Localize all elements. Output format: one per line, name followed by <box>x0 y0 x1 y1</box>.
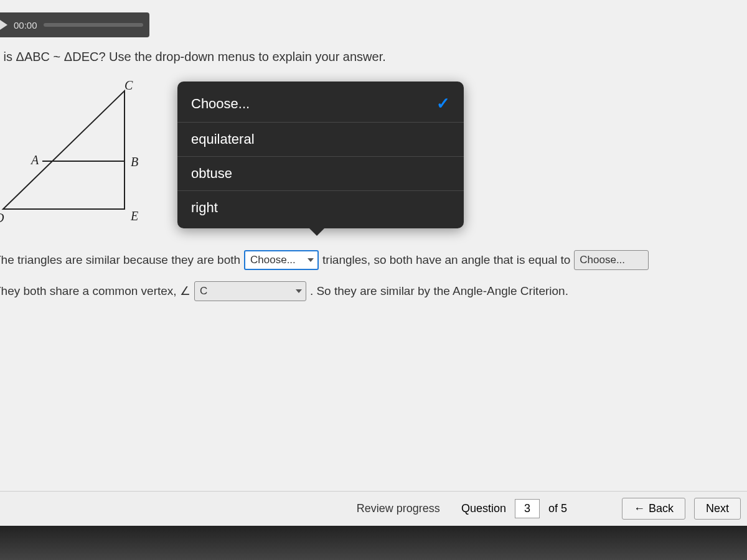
back-button[interactable]: Back <box>622 498 685 520</box>
vertex-d-label: D <box>0 211 4 225</box>
video-scrubber[interactable] <box>44 23 143 27</box>
total-questions: of 5 <box>548 502 567 515</box>
svg-marker-0 <box>3 91 125 209</box>
next-button[interactable]: Next <box>694 498 741 520</box>
vertex-dropdown[interactable]: C <box>194 281 306 301</box>
popover-option-label: right <box>191 200 218 216</box>
vertex-b-label: B <box>131 155 138 169</box>
check-icon: ✓ <box>436 94 450 113</box>
review-progress-label: Review progress <box>357 502 440 515</box>
vertex-a-label: A <box>31 153 39 167</box>
answer-statement: The triangles are similar because they a… <box>0 247 741 304</box>
angle-dropdown[interactable]: Choose... <box>574 250 649 270</box>
question-label: Question <box>461 502 506 515</box>
popover-option-equilateral[interactable]: equilateral <box>177 123 464 157</box>
statement-text: . So they are similar by the Angle-Angle… <box>310 278 568 304</box>
video-controls[interactable]: 00:00 <box>0 12 149 37</box>
question-text: y is ΔABC ~ ΔDEC? Use the drop-down menu… <box>0 50 741 64</box>
chevron-down-icon <box>308 258 314 262</box>
current-question-input[interactable]: 3 <box>515 499 540 518</box>
arrow-left-icon <box>634 502 645 515</box>
video-time: 00:00 <box>14 20 37 30</box>
popover-option-choose[interactable]: Choose... ✓ <box>177 85 464 123</box>
device-bezel <box>0 526 747 560</box>
vertex-c-label: C <box>125 78 133 93</box>
popover-option-label: obtuse <box>191 166 232 182</box>
statement-text: triangles, so both have an angle that is… <box>322 247 570 273</box>
vertex-e-label: E <box>131 209 138 223</box>
footer-nav: Review progress Question 3 of 5 Back Nex… <box>0 491 747 526</box>
statement-text: They both share a common vertex, ∠ <box>0 278 190 304</box>
popover-option-right[interactable]: right <box>177 191 464 225</box>
triangle-diagram: C A B D E <box>0 82 149 218</box>
popover-option-obtuse[interactable]: obtuse <box>177 157 464 191</box>
statement-text: The triangles are similar because they a… <box>0 247 240 273</box>
triangle-type-dropdown[interactable]: Choose... <box>244 250 319 270</box>
popover-option-label: Choose... <box>191 96 250 112</box>
popover-option-label: equilateral <box>191 131 255 147</box>
dropdown-popover: Choose... ✓ equilateral obtuse right <box>177 82 464 228</box>
chevron-down-icon <box>296 289 302 293</box>
play-icon[interactable] <box>0 20 7 30</box>
